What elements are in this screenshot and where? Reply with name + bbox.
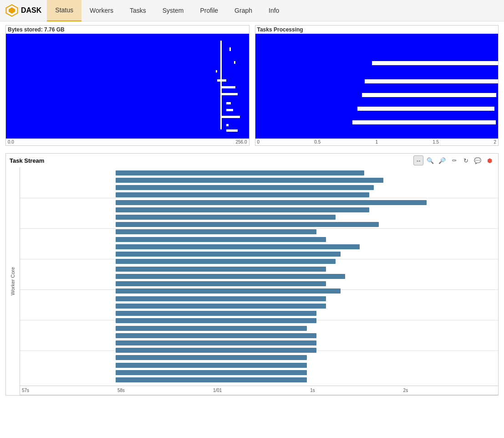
x-label-57s: 57s	[22, 388, 29, 393]
stream-bar-row	[20, 281, 498, 287]
bytes-axis-max: 256.0	[235, 139, 247, 144]
toolbar-zoom-icon[interactable]: 🔍	[425, 155, 435, 165]
stream-bar-row	[20, 244, 498, 250]
y-axis-label: Worker Core	[6, 167, 20, 395]
stream-bar-row	[20, 207, 498, 213]
stream-bar	[116, 237, 326, 242]
stream-bar	[116, 229, 316, 234]
task-stream-header: Task Stream ↔ 🔍 🔎 ⚰ ↻ 💬 ⬢	[6, 154, 498, 167]
stream-bar-row	[20, 296, 498, 302]
stream-bar	[116, 200, 427, 205]
stream-bar-row	[20, 362, 498, 368]
tasks-processing-area	[255, 34, 499, 139]
stream-bar-row	[20, 251, 498, 257]
tasks-axis-mid3: 1.5	[433, 139, 439, 144]
stream-bar-row	[20, 370, 498, 376]
stream-bar	[116, 222, 379, 227]
x-label-58s: 58s	[117, 388, 125, 393]
toolbar-bokeh-icon[interactable]: ⬢	[484, 155, 494, 165]
stream-bar-row	[20, 355, 498, 361]
stream-bar	[116, 259, 336, 264]
stream-bar	[116, 355, 307, 360]
tasks-processing-chart: Tasks Processing 0 0.5 1 1.5 2	[255, 25, 499, 146]
nav-item-graph[interactable]: Graph	[226, 0, 260, 21]
stream-bar	[116, 207, 369, 212]
bytes-stored-area	[6, 34, 249, 139]
task-stream-title: Task Stream	[10, 157, 44, 164]
nav-item-info[interactable]: Info	[260, 0, 287, 21]
tasks-axis-mid1: 0.5	[314, 139, 321, 144]
stream-bar	[116, 311, 316, 316]
stream-bar	[116, 333, 316, 338]
stream-chart-content: 57s 58s 1/01 1s 2s	[20, 167, 498, 395]
toolbar-hover-icon[interactable]: 💬	[473, 155, 483, 165]
stream-bar	[116, 370, 307, 375]
toolbar-zoom-in-icon[interactable]: 🔎	[437, 155, 447, 165]
stream-bar	[116, 244, 360, 249]
stream-bar-row	[20, 310, 498, 316]
navbar: DASK Status Workers Tasks System Profile…	[0, 0, 504, 21]
stream-bar-row	[20, 237, 498, 242]
stream-bar-row	[20, 377, 498, 383]
stream-bar	[116, 170, 364, 175]
nav-item-status[interactable]: Status	[47, 0, 81, 21]
stream-bar	[116, 215, 336, 220]
stream-bar-row	[20, 229, 498, 235]
stream-bar	[116, 326, 307, 331]
stream-bar-row	[20, 273, 498, 279]
stream-bar	[116, 267, 326, 272]
stream-bar-row	[20, 303, 498, 309]
stream-bar-row	[20, 325, 498, 331]
stream-bar	[116, 274, 345, 279]
stream-bar	[116, 252, 341, 257]
toolbar-reset-icon[interactable]: ↻	[461, 155, 471, 165]
tasks-axis: 0 0.5 1 1.5 2	[255, 139, 499, 145]
task-stream-panel: Task Stream ↔ 🔍 🔎 ⚰ ↻ 💬 ⬢ Worker Core	[5, 153, 499, 396]
nav-item-workers[interactable]: Workers	[81, 0, 122, 21]
x-label-1s: 1s	[310, 388, 315, 393]
x-axis: 57s 58s 1/01 1s 2s	[20, 386, 498, 395]
tasks-processing-title: Tasks Processing	[255, 26, 499, 34]
stream-bar	[116, 363, 307, 368]
top-charts-row: Bytes stored: 7.76 GB 0.0 25	[5, 25, 499, 146]
stream-bar-row	[20, 214, 498, 220]
stream-bar	[116, 340, 316, 345]
stream-bar	[116, 185, 374, 190]
stream-bar-row	[20, 266, 498, 272]
tasks-axis-min: 0	[257, 139, 260, 144]
toolbar-icons: ↔ 🔍 🔎 ⚰ ↻ 💬 ⬢	[413, 155, 494, 165]
stream-bar	[116, 178, 383, 183]
nav-item-system[interactable]: System	[154, 0, 192, 21]
tasks-axis-max: 2	[494, 139, 496, 144]
stream-bar-row	[20, 288, 498, 294]
stream-bar-row	[20, 170, 498, 176]
stream-bar-row	[20, 192, 498, 198]
stream-bar	[116, 377, 307, 382]
bytes-stored-title: Bytes stored: 7.76 GB	[6, 26, 249, 34]
stream-bar-row	[20, 185, 498, 191]
stream-bar	[116, 304, 326, 309]
stream-bar	[116, 281, 326, 286]
brand: DASK	[0, 4, 47, 17]
stream-bar-row	[20, 333, 498, 339]
bytes-axis-min: 0.0	[8, 139, 14, 144]
svg-marker-1	[9, 7, 15, 14]
toolbar-pan-icon[interactable]: ↔	[413, 155, 423, 165]
tasks-axis-mid2: 1	[375, 139, 378, 144]
stream-bar-row	[20, 318, 498, 324]
x-label-2s: 2s	[403, 388, 408, 393]
toolbar-zoom-box-icon[interactable]: ⚰	[449, 155, 459, 165]
stream-bar	[116, 289, 341, 294]
stream-bar	[116, 192, 369, 197]
nav-item-tasks[interactable]: Tasks	[122, 0, 154, 21]
main-content: Bytes stored: 7.76 GB 0.0 25	[0, 21, 504, 399]
dask-logo-icon	[5, 4, 18, 17]
stream-bar-row	[20, 222, 498, 227]
stream-bar-row	[20, 177, 498, 183]
task-stream-body: Worker Core 57s 58s 1/01	[6, 167, 498, 395]
stream-bar	[116, 348, 316, 353]
nav-item-profile[interactable]: Profile	[192, 0, 226, 21]
brand-name: DASK	[21, 6, 41, 15]
stream-bar-row	[20, 258, 498, 264]
stream-bar	[116, 318, 316, 323]
